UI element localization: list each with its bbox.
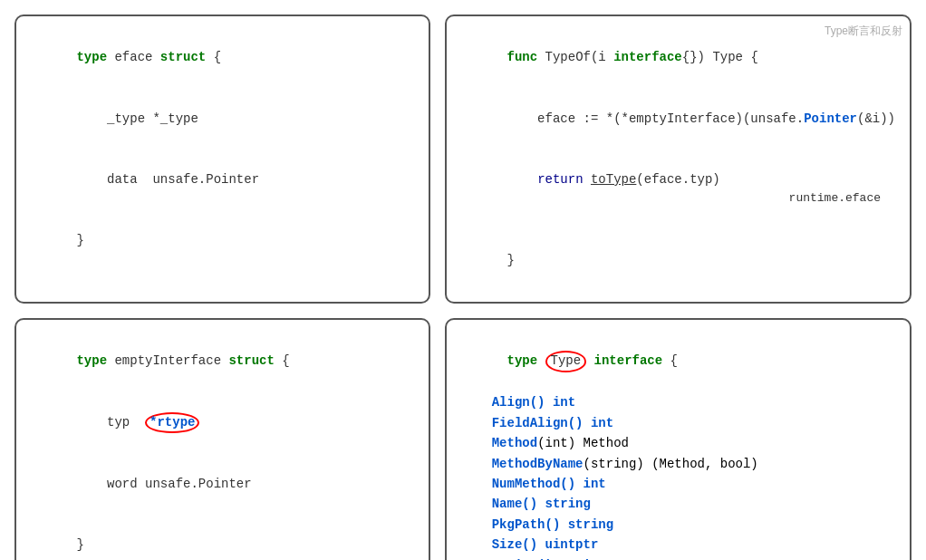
method-align: Align() int [461,392,895,412]
main-container: type eface struct { _type *_type data un… [0,0,926,560]
code-line: } [31,515,414,560]
keyword-type2: type [507,353,545,368]
method-fieldalign: FieldAlign() int [461,413,895,433]
keyword-interface: interface [613,50,682,64]
box-type-interface: type Type interface { Align() int FieldA… [445,318,912,560]
rtype-circled: *rtype [145,412,199,434]
code-line: data unsafe.Pointer [31,149,414,209]
method-string: String() string [461,555,895,560]
code-line: } [461,230,895,291]
method-size: Size() uintptr [461,535,895,555]
box-emptyinterface-struct: type emptyInterface struct { typ *rtype … [14,318,430,560]
func-pointer: Pointer [804,111,857,126]
func-totype: toType [591,172,636,187]
code-line: typ *rtype [31,391,414,453]
watermark-top: Type断言和反射 [825,24,902,39]
box-eface-struct: type eface struct { _type *_type data un… [14,14,430,304]
struct-name: emptyInterface [114,353,228,368]
code-line: type emptyInterface struct { [31,331,414,391]
keyword-func: func [507,50,545,64]
keyword-return: return [537,172,591,187]
method-methodbyname: MethodByName(string) (Method, bool) [461,454,895,474]
keyword-struct: struct [228,353,274,368]
keyword-type: type [76,50,114,64]
keyword-interface2: interface [586,353,662,368]
code-line: _type *_type [31,88,414,149]
struct-name: eface [114,50,159,64]
code-line: eface := *(*emptyInterface)(unsafe.Point… [461,88,895,149]
code-line: word unsafe.Pointer [31,454,414,515]
runtime-label: runtime.eface [789,189,881,208]
code-line: return toType(eface.typ) runtime.eface [461,149,895,230]
keyword-type: type [76,353,114,368]
method-pkgpath: PkgPath() string [461,515,895,535]
func-name: TypeOf(i [545,50,614,64]
code-line: type Type interface { [461,331,895,392]
keyword-struct: struct [160,50,206,64]
box-typeof-func: Type断言和反射 func TypeOf(i interface{}) Typ… [445,14,912,304]
type-name-circled: Type [545,351,587,372]
method-nummethod: NumMethod() int [461,474,895,494]
code-line: } [31,210,414,271]
method-name: Name() string [461,494,895,514]
method-method: Method(int) Method [461,433,895,453]
code-line: type eface struct { [31,27,414,88]
